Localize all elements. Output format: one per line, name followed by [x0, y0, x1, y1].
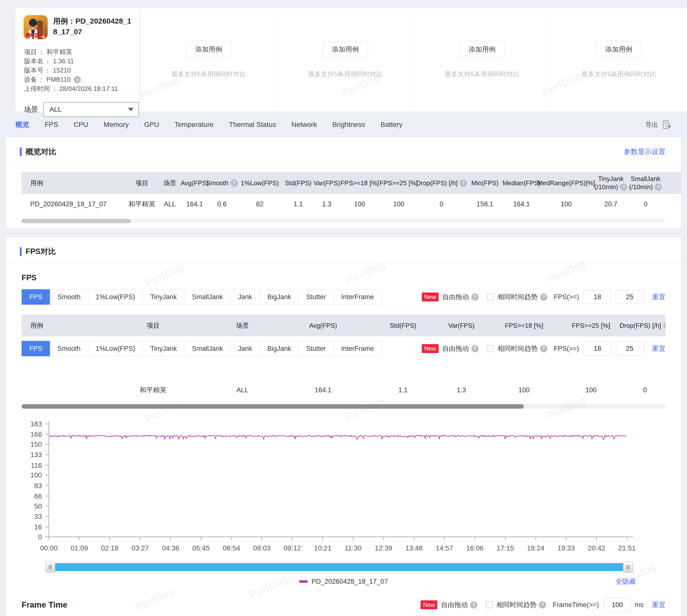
col-std-fps: Std(FPS)	[283, 172, 313, 194]
tab-temperature[interactable]: Temperature	[175, 121, 213, 129]
metric-btn-bigjank[interactable]: BigJank	[259, 341, 299, 356]
fps-hscrollbar[interactable]	[22, 404, 665, 409]
col-scene: 场景	[158, 172, 182, 194]
metric-btn-jank[interactable]: Jank	[230, 289, 260, 305]
metric-btn-bigjank[interactable]: BigJank	[259, 289, 299, 305]
export-icon[interactable]	[662, 120, 672, 130]
svg-text:02:18: 02:18	[101, 544, 118, 552]
metric-btn-fps[interactable]: FPS	[22, 289, 50, 305]
help-icon[interactable]	[472, 345, 479, 352]
add-case-button[interactable]: 添加用例	[323, 41, 368, 58]
help-icon[interactable]	[470, 601, 477, 609]
tab-overview[interactable]: 概览	[15, 120, 29, 129]
scene-select[interactable]: ALL	[43, 102, 139, 117]
help-icon[interactable]	[655, 183, 662, 191]
same-time-trend-checkbox[interactable]	[487, 345, 494, 352]
metric-btn-smooth[interactable]: Smooth	[50, 341, 88, 356]
help-icon[interactable]	[472, 293, 479, 301]
scrollbar-thumb[interactable]	[22, 404, 524, 409]
hide-all-link[interactable]: 全隐藏	[616, 577, 636, 586]
legend-series-name[interactable]: PD_20260428_18_17_07	[312, 578, 388, 586]
overview-table-row: PD_20260428_18_17_07 和平精英 ALL 164.1 0.6 …	[22, 194, 681, 214]
param-display-settings-link[interactable]: 参数显示设置	[624, 147, 665, 156]
help-icon[interactable]	[620, 183, 627, 191]
slider-handle-left[interactable]	[45, 562, 55, 573]
field-project: 项目： 和平精英	[24, 47, 118, 57]
device-info-icon[interactable]: i	[74, 76, 81, 83]
fps-min-input[interactable]	[583, 290, 611, 304]
metric-btn-tinyjank[interactable]: TinyJank	[143, 341, 185, 356]
fps-chart: 1831661501331161008366503316000:0001:090…	[22, 418, 665, 560]
fps-table-row: 和平精英 ALL 164.1 1.1 1.3 100 100 0	[22, 380, 665, 400]
fps-max-input[interactable]	[616, 342, 644, 355]
frametime-input[interactable]	[603, 598, 631, 612]
reset-link[interactable]: 重置	[652, 344, 665, 353]
svg-text:13:48: 13:48	[406, 544, 423, 552]
col-case: 用例	[22, 314, 94, 336]
col-fps-ge18: FPS>=18 [%]	[340, 172, 379, 194]
cell-fps-ge18: 100	[340, 194, 379, 214]
time-range-slider[interactable]	[22, 561, 665, 573]
metric-btn-stutter[interactable]: Stutter	[298, 289, 334, 305]
tab-battery[interactable]: Battery	[380, 121, 403, 129]
cell-tinyjank: 20.7	[595, 194, 627, 214]
export-label[interactable]: 导出	[645, 120, 658, 129]
svg-text:周年庆: 周年庆	[25, 33, 40, 38]
metric-btn-smooth[interactable]: Smooth	[50, 289, 88, 305]
metric-btn-jank[interactable]: Jank	[230, 341, 260, 356]
help-icon[interactable]	[539, 601, 546, 609]
tab-thermal-status[interactable]: Thermal Status	[229, 121, 276, 129]
same-time-trend-checkbox[interactable]	[487, 293, 494, 301]
reset-link[interactable]: 重置	[652, 292, 665, 302]
cell-avg-fps: 164.1	[272, 380, 374, 400]
metric-btn-smalljank[interactable]: SmallJank	[184, 289, 231, 305]
scrollbar-thumb[interactable]	[22, 219, 131, 223]
tab-fps[interactable]: FPS	[45, 121, 58, 129]
fps-max-input[interactable]	[616, 290, 644, 304]
metric-btn-smalljank[interactable]: SmallJank	[184, 341, 231, 356]
metric-btn-interframe[interactable]: InterFrame	[334, 341, 382, 356]
field-version-code: 版本号： 15210	[24, 66, 118, 75]
col-fps-ge25: FPS>=25 [%]	[379, 172, 418, 194]
col-avg-fps: Avg(FPS)	[272, 314, 374, 336]
add-case-button[interactable]: 添加用例	[186, 41, 231, 58]
col-tinyjank: TinyJank (/10min)	[595, 172, 627, 194]
metric-btn-stutter[interactable]: Stutter	[298, 341, 334, 356]
tab-brightness[interactable]: Brightness	[332, 121, 365, 129]
frametime-threshold-label: FrameTime(>=)	[552, 601, 599, 609]
same-time-trend-label: 相同时间趋势	[498, 344, 537, 353]
reset-link[interactable]: 重置	[652, 600, 665, 609]
tab-gpu[interactable]: GPU	[144, 121, 159, 129]
chevron-down-icon	[128, 108, 134, 111]
cell-smalljank: 0	[627, 194, 664, 214]
new-badge: New	[420, 600, 437, 609]
legend-swatch[interactable]	[299, 580, 308, 583]
fps-min-input[interactable]	[583, 342, 611, 355]
scene-label: 场景	[24, 105, 38, 114]
frametime-title: Frame Time	[22, 600, 68, 610]
tab-memory[interactable]: Memory	[104, 121, 129, 129]
top-area: 周年庆 ✕ 用例：PD_20260428_18_17_07 项目： 和平精英 版…	[0, 0, 687, 114]
help-icon[interactable]	[540, 293, 547, 301]
tab-cpu[interactable]: CPU	[73, 121, 88, 129]
add-case-panel: 添加用例 最多支持5条用例同时对比	[277, 8, 414, 111]
add-case-button[interactable]: 添加用例	[459, 41, 505, 58]
help-icon[interactable]	[663, 322, 665, 329]
cell-case	[22, 380, 94, 400]
metric-btn-1pct-low[interactable]: 1%Low(FPS)	[88, 289, 143, 305]
help-icon[interactable]	[540, 345, 547, 352]
metric-btn-fps[interactable]: FPS	[22, 341, 50, 356]
metric-btn-tinyjank[interactable]: TinyJank	[143, 289, 185, 305]
export-control[interactable]: 导出	[645, 120, 672, 130]
slider-track[interactable]	[49, 563, 627, 571]
same-time-trend-checkbox[interactable]	[486, 601, 493, 608]
add-case-button[interactable]: 添加用例	[596, 41, 641, 58]
metric-btn-interframe[interactable]: InterFrame	[334, 289, 382, 305]
slider-handle-right[interactable]	[623, 562, 633, 573]
section-accent-bar	[20, 148, 22, 156]
fps-filter-controls: New 自由拖动 相同时间趋势 FPS(>=) 重置	[422, 342, 665, 355]
tab-network[interactable]: Network	[291, 121, 317, 129]
overview-hscrollbar[interactable]	[22, 219, 665, 223]
metric-btn-1pct-low[interactable]: 1%Low(FPS)	[88, 341, 143, 356]
fps-compare-card: FPS对比 FPS FPS Smooth 1%Low(FPS) TinyJank…	[6, 237, 681, 616]
